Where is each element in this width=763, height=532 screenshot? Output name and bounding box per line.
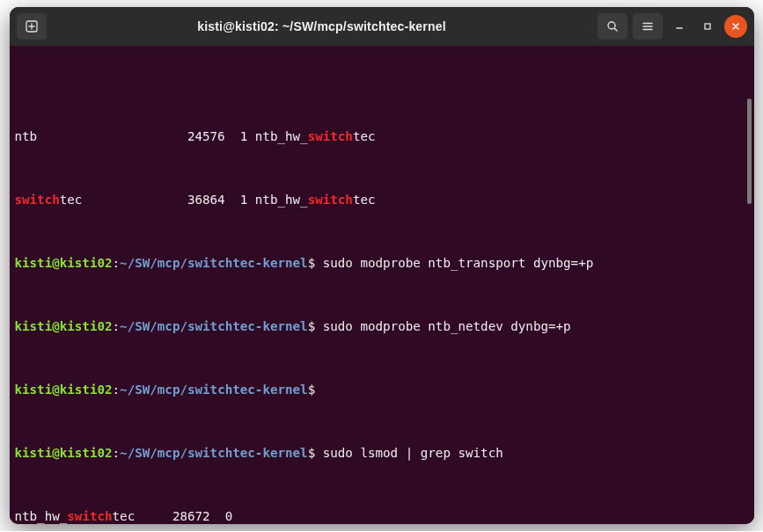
close-icon	[730, 21, 741, 32]
prompt-user: kisti@kisti02	[15, 256, 113, 270]
window-title: kisti@kisti02: ~/SW/mcp/switchtec-kernel	[52, 19, 592, 33]
terminal-window: kisti@kisti02: ~/SW/mcp/switchtec-kernel	[10, 7, 754, 524]
grep-match: switch	[308, 129, 353, 143]
output-line: switchtec 36864 1 ntb_hw_switchtec	[15, 192, 749, 208]
prompt-line: kisti@kisti02:~/SW/mcp/switchtec-kernel$…	[15, 445, 749, 461]
prompt-path: ~/SW/mcp/switchtec-kernel	[120, 446, 308, 460]
prompt-dollar: $	[308, 256, 316, 270]
hamburger-icon	[642, 20, 654, 33]
text: tec	[353, 129, 376, 143]
search-button[interactable]	[598, 13, 627, 40]
prompt-path: ~/SW/mcp/switchtec-kernel	[120, 256, 308, 270]
text: ntb 24576 1 ntb_hw_	[15, 129, 308, 143]
prompt-dollar: $	[308, 319, 316, 333]
prompt-path: ~/SW/mcp/switchtec-kernel	[120, 319, 308, 333]
minimize-icon	[674, 21, 685, 32]
maximize-icon	[702, 21, 713, 32]
text: tec 36864 1 ntb_hw_	[60, 193, 308, 207]
command-text: sudo modprobe ntb_netdev dynbg=+p	[315, 319, 570, 333]
prompt-colon: :	[113, 256, 121, 270]
new-tab-icon	[26, 20, 38, 33]
minimize-button[interactable]	[668, 15, 691, 38]
prompt-user: kisti@kisti02	[15, 383, 113, 397]
output-line: ntb_hw_switchtec 28672 0	[15, 508, 749, 524]
grep-match: switch	[308, 193, 353, 207]
prompt-line: kisti@kisti02:~/SW/mcp/switchtec-kernel$	[15, 382, 749, 397]
text: tec 28672 0	[113, 509, 233, 523]
titlebar: kisti@kisti02: ~/SW/mcp/switchtec-kernel	[10, 7, 754, 46]
prompt-dollar: $	[308, 446, 316, 460]
prompt-user: kisti@kisti02	[15, 319, 113, 333]
prompt-path: ~/SW/mcp/switchtec-kernel	[120, 383, 308, 397]
close-button[interactable]	[724, 15, 747, 38]
prompt-user: kisti@kisti02	[15, 446, 113, 460]
command-text: sudo modprobe ntb_transport dynbg=+p	[315, 256, 593, 270]
text: ntb_hw_	[15, 509, 68, 523]
prompt-colon: :	[113, 319, 121, 333]
scrollbar-thumb[interactable]	[747, 98, 752, 204]
grep-match: switch	[67, 509, 112, 523]
maximize-button[interactable]	[696, 15, 719, 38]
prompt-colon: :	[113, 383, 121, 397]
terminal-viewport[interactable]: ntb 24576 1 ntb_hw_switchtec switchtec 3…	[10, 46, 754, 524]
new-tab-button[interactable]	[17, 13, 47, 40]
grep-match: switch	[15, 193, 60, 207]
output-line: ntb 24576 1 ntb_hw_switchtec	[15, 128, 749, 144]
command-text: sudo lsmod | grep switch	[315, 446, 503, 460]
prompt-line: kisti@kisti02:~/SW/mcp/switchtec-kernel$…	[15, 318, 749, 334]
text: tec	[353, 193, 376, 207]
search-icon	[606, 20, 619, 33]
prompt-dollar: $	[308, 383, 316, 397]
titlebar-right	[598, 13, 747, 40]
svg-rect-2	[705, 24, 710, 29]
prompt-line: kisti@kisti02:~/SW/mcp/switchtec-kernel$…	[15, 255, 749, 271]
command-text	[315, 383, 323, 397]
menu-button[interactable]	[633, 13, 663, 40]
prompt-colon: :	[113, 446, 121, 460]
